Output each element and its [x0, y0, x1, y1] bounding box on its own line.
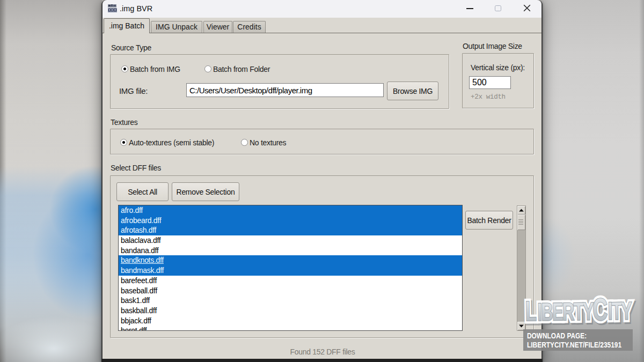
- svg-text:C: C: [592, 293, 608, 326]
- svg-text:ITY: ITY: [608, 297, 632, 324]
- svg-text:L: L: [525, 295, 537, 326]
- svg-text:IBERTY: IBERTY: [537, 298, 594, 326]
